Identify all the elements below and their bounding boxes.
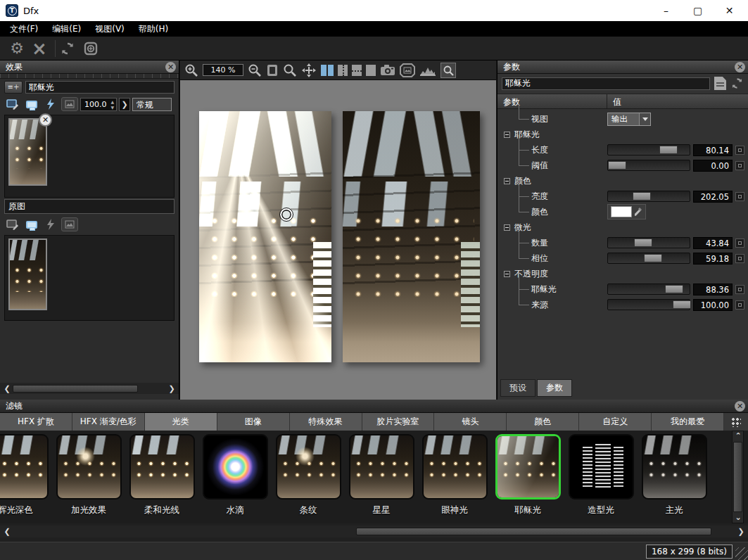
parameters-panel-close-icon[interactable]: ✕: [735, 62, 745, 72]
filter-item-soft-light[interactable]: 柔和光线: [125, 431, 198, 523]
tab-special-effects[interactable]: 特殊效果: [290, 413, 362, 431]
maximize-button[interactable]: ▢: [682, 1, 714, 20]
jesus-opacity-slider[interactable]: [607, 284, 690, 295]
brightness-value[interactable]: 202.05: [693, 191, 733, 203]
scroll-left-icon[interactable]: ❮: [1, 384, 13, 393]
jesus-opacity-reset-button[interactable]: [735, 285, 744, 294]
preset-document-icon[interactable]: [714, 77, 726, 90]
original-thumbnail[interactable]: [8, 238, 47, 310]
menu-view[interactable]: 视图(V): [89, 22, 130, 37]
fit-view-icon[interactable]: [266, 64, 279, 77]
scroll-right-icon[interactable]: ❯: [735, 527, 747, 536]
tab-color[interactable]: 颜色: [507, 413, 579, 431]
eyedropper-icon[interactable]: [634, 207, 642, 217]
source-value[interactable]: 100.00: [693, 299, 733, 311]
collapse-icon[interactable]: [504, 132, 510, 138]
histogram-icon[interactable]: [419, 64, 436, 77]
length-reset-button[interactable]: [735, 146, 744, 155]
scrollbar-thumb[interactable]: [733, 442, 742, 512]
color-picker[interactable]: [607, 204, 646, 219]
tab-lens[interactable]: 镜头: [434, 413, 507, 431]
amount-slider[interactable]: [607, 237, 690, 248]
snapshot-camera-icon[interactable]: [380, 64, 395, 77]
filter-item-light-effect[interactable]: 加光效果: [52, 431, 125, 523]
threshold-reset-button[interactable]: [735, 161, 744, 170]
filter-item-eye-light[interactable]: 眼神光: [418, 431, 491, 523]
edit-effect-icon[interactable]: [4, 97, 21, 111]
tab-hfx-diffusion[interactable]: HFX 扩散: [0, 413, 72, 431]
collapse-icon[interactable]: [504, 224, 510, 231]
parameters-effect-name-input[interactable]: [502, 77, 710, 90]
phase-slider[interactable]: [607, 253, 690, 264]
zoom-out-icon[interactable]: [248, 63, 262, 77]
blend-mode-field[interactable]: 常规: [132, 98, 172, 111]
magnifier-icon[interactable]: [283, 63, 297, 77]
tab-film-lab[interactable]: 胶片实验室: [362, 413, 435, 431]
resize-grip[interactable]: [735, 547, 748, 560]
mask-view-icon[interactable]: [61, 97, 78, 111]
filter-v-scrollbar[interactable]: ⌃ ⌄: [732, 431, 744, 523]
threshold-value[interactable]: 0.00: [693, 160, 733, 172]
brightness-reset-button[interactable]: [735, 192, 744, 201]
parameters-refresh-icon[interactable]: [730, 77, 744, 90]
menu-edit[interactable]: 编辑(E): [46, 22, 87, 37]
minimize-button[interactable]: –: [650, 1, 682, 20]
opacity-spinner[interactable]: 100.0 ▲▼: [80, 98, 117, 111]
single-view-icon[interactable]: [366, 65, 376, 76]
menu-file[interactable]: 文件(F): [4, 22, 44, 37]
refresh-icon[interactable]: [60, 41, 82, 56]
orig-edit-icon[interactable]: [4, 217, 21, 231]
collapse-icon[interactable]: [504, 271, 510, 277]
scrollbar-thumb[interactable]: [13, 385, 138, 393]
add-layer-icon[interactable]: ≡+: [4, 81, 23, 94]
effect-layer-name-input[interactable]: [25, 81, 175, 94]
tab-hfx-gradient-color[interactable]: HFX 渐变/色彩: [72, 413, 145, 431]
side-by-side-view-icon[interactable]: [321, 65, 334, 76]
zoom-level-readout[interactable]: 140 %: [203, 64, 243, 76]
view-dropdown[interactable]: 输出: [607, 113, 651, 126]
orig-mask-icon[interactable]: [61, 217, 78, 231]
horizontal-split-view-icon[interactable]: [352, 65, 362, 76]
source-slider[interactable]: [607, 299, 690, 310]
source-reset-button[interactable]: [735, 300, 744, 310]
amount-value[interactable]: 43.84: [693, 237, 733, 249]
length-slider[interactable]: [607, 144, 690, 155]
orig-lightning-icon[interactable]: [42, 217, 59, 231]
preview-image-effect[interactable]: [199, 111, 331, 362]
filter-item-key-light[interactable]: 主光: [638, 431, 711, 523]
filter-item-modeling-light[interactable]: 造型光: [564, 431, 638, 523]
param-group-color[interactable]: 颜色: [497, 173, 748, 189]
process-lightning-icon[interactable]: [42, 97, 59, 111]
filter-item-jesus-light[interactable]: 耶稣光: [491, 431, 564, 523]
settings-gear-icon[interactable]: ⚙: [6, 39, 28, 57]
remove-layer-icon[interactable]: ✕: [39, 113, 52, 127]
filter-item-streaks[interactable]: 条纹: [272, 431, 345, 523]
mask-frame-icon[interactable]: [400, 63, 415, 77]
preview-image-original[interactable]: [343, 111, 480, 362]
filter-item-glow-dark[interactable]: 辉光深色: [0, 431, 52, 523]
tab-presets[interactable]: 预设: [500, 379, 535, 397]
amount-reset-button[interactable]: [735, 238, 744, 248]
close-button[interactable]: ✕: [714, 1, 745, 20]
menu-help[interactable]: 帮助(H): [133, 22, 174, 37]
length-value[interactable]: 80.14: [693, 144, 733, 156]
scroll-left-icon[interactable]: ❮: [1, 527, 13, 536]
phase-value[interactable]: 59.18: [693, 253, 733, 265]
preview-monitor-icon[interactable]: [23, 97, 40, 111]
expand-controls-button[interactable]: ❯: [119, 98, 130, 111]
phase-reset-button[interactable]: [735, 254, 744, 263]
brightness-slider[interactable]: [607, 191, 690, 202]
grid-view-icon[interactable]: [724, 413, 748, 431]
delete-icon[interactable]: ×: [28, 39, 51, 58]
tab-image[interactable]: 图像: [217, 413, 290, 431]
snapshot-target-icon[interactable]: [82, 40, 105, 57]
filter-item-water-drop[interactable]: 水滴: [198, 431, 272, 523]
zoom-in-icon[interactable]: [184, 63, 198, 77]
scroll-down-icon[interactable]: ⌄: [733, 513, 744, 523]
preview-area[interactable]: [180, 80, 496, 400]
loupe-preview-icon[interactable]: [440, 63, 456, 78]
filter-item-star[interactable]: 星星: [345, 431, 418, 523]
vertical-split-view-icon[interactable]: [338, 65, 348, 76]
effect-layer-thumbnail[interactable]: ✕: [8, 118, 47, 186]
jesus-opacity-value[interactable]: 88.36: [693, 284, 733, 295]
